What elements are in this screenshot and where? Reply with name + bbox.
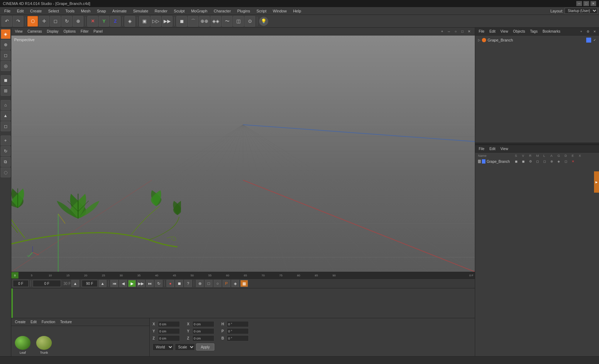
effector-button[interactable]: ◈◈ (210, 16, 221, 27)
redo-button[interactable]: ↷ (13, 16, 23, 27)
menu-character[interactable]: Character (211, 8, 233, 14)
circle-btn[interactable]: ○ (214, 280, 221, 287)
left-tool-edge[interactable]: ◻ (1, 50, 11, 60)
attr-icon-m[interactable]: ◻ (536, 160, 542, 163)
undo-button[interactable]: ↶ (1, 16, 12, 27)
cloner-button[interactable]: ⊕⊕ (199, 16, 210, 27)
end-frame-input[interactable] (82, 280, 98, 287)
nurbs-button[interactable]: ⌒ (188, 16, 198, 27)
obj-menu-view[interactable]: View (498, 29, 510, 34)
left-tool-point[interactable]: ◎ (1, 61, 11, 71)
obj-icon-add[interactable]: + (578, 29, 584, 34)
rotate-button[interactable]: ↻ (61, 16, 72, 27)
obj-menu-tags[interactable]: Tags (528, 29, 540, 34)
left-tool-measure[interactable]: ⌖ (1, 136, 11, 145)
z-size-input[interactable] (192, 335, 214, 341)
obj-icon-close[interactable]: ✕ (592, 29, 598, 34)
material-menu-edit[interactable]: Edit (28, 319, 39, 325)
material-trunk[interactable]: Trunk (35, 336, 53, 354)
object-tree-item[interactable]: ▷ Grape_Branch ✓ (477, 37, 598, 43)
layout-dropdown[interactable]: Startup (User) (565, 8, 598, 14)
menu-select[interactable]: Select (45, 8, 62, 14)
menu-animate[interactable]: Animate (110, 8, 130, 14)
loop-button[interactable]: ↻ (155, 280, 163, 287)
menu-help[interactable]: Help (290, 8, 304, 14)
attr-icon-r[interactable]: ⚙ (529, 160, 535, 163)
viewport-canvas[interactable]: Perspective (11, 35, 475, 272)
menu-mesh[interactable]: Mesh (78, 8, 93, 14)
attr-icon-g[interactable]: ◈ (557, 160, 563, 163)
left-tool-paint[interactable]: ↻ (1, 146, 11, 156)
obj-menu-bookmarks[interactable]: Bookmarks (540, 29, 562, 34)
attr-icon-v[interactable]: ◼ (522, 160, 528, 163)
light-icon-btn[interactable]: 💡 (259, 17, 268, 26)
light-button[interactable]: ⊙ (244, 16, 255, 27)
left-tool-select[interactable]: ◈ (1, 29, 11, 39)
x-axis-button[interactable]: ✕ (87, 16, 98, 27)
material-menu-create[interactable]: Create (13, 319, 28, 325)
record-anim-button[interactable]: ● (166, 280, 174, 287)
dots-btn[interactable]: ▦ (240, 280, 248, 287)
scale-button[interactable]: ◻ (50, 16, 61, 27)
cube-button[interactable]: ◼ (176, 16, 187, 27)
attr-menu-edit[interactable]: Edit (487, 146, 498, 151)
snap-btn[interactable]: ⊕ (196, 280, 204, 287)
play-button[interactable]: ▶ (128, 280, 136, 287)
left-tool-texture[interactable]: ⊞ (1, 86, 11, 96)
attribute-object-row[interactable]: Grape_Branch ◼ ◼ ⚙ ◻ ◻ ⊕ ◈ ◻ ✕ (478, 159, 596, 164)
attr-icon-l[interactable]: ◻ (543, 160, 549, 163)
viewport-menu-cameras[interactable]: Cameras (26, 29, 44, 34)
grid-btn[interactable]: ◈ (231, 280, 239, 287)
obj-icon-gear[interactable]: ⚙ (585, 29, 591, 34)
next-frame-button[interactable]: ▶▶ (137, 280, 145, 287)
left-tool-brush[interactable]: ⌂ (1, 100, 11, 110)
render-button[interactable]: ▷▷ (150, 16, 161, 27)
b-rot-input[interactable] (227, 335, 249, 341)
pose-btn[interactable]: P (222, 280, 230, 287)
viewport-menu-filter[interactable]: Filter (78, 29, 90, 34)
attr-icon-s[interactable]: ◼ (515, 160, 521, 163)
deformer-button[interactable]: 〜 (222, 16, 232, 27)
maximize-button[interactable]: □ (583, 1, 589, 6)
right-edge-tab[interactable]: ▶ (594, 171, 599, 193)
viewport-icon-close[interactable]: ✕ (466, 29, 472, 34)
go-end-button[interactable]: ⏭ (146, 280, 154, 287)
viewport-icon-move[interactable]: ↔ (446, 29, 452, 34)
viewport-menu-panel[interactable]: Panel (92, 29, 105, 34)
fps-end-inc-button[interactable]: ▲ (99, 280, 106, 287)
menu-create[interactable]: Create (27, 8, 45, 14)
stop-button[interactable]: ⏹ (175, 280, 183, 287)
prev-frame-button[interactable]: ◀ (119, 280, 127, 287)
menu-snap[interactable]: Snap (94, 8, 109, 14)
attr-icon-e[interactable]: ✕ (572, 160, 577, 163)
close-button[interactable]: ✕ (590, 1, 596, 6)
menu-plugins[interactable]: Plugins (235, 8, 253, 14)
menu-edit[interactable]: Edit (14, 8, 27, 14)
left-tool-polygon[interactable]: ⊕ (1, 40, 11, 50)
viewport-icon-expand[interactable]: □ (460, 29, 465, 34)
x-pos-input[interactable] (158, 321, 180, 327)
current-frame-input[interactable] (13, 280, 29, 287)
frame-field-input[interactable] (33, 280, 61, 287)
left-tool-knife[interactable]: ▲ (1, 111, 11, 121)
render-to-picture-button[interactable]: ▶▶ (162, 16, 172, 27)
obj-menu-file[interactable]: File (477, 29, 487, 34)
render-region-button[interactable]: ▣ (139, 16, 150, 27)
viewport-menu-view[interactable]: View (13, 29, 25, 34)
left-tool-extra[interactable]: ◌ (1, 167, 11, 177)
attr-icon-d[interactable]: ◻ (565, 160, 570, 163)
material-leaf[interactable]: Leaf (13, 336, 32, 354)
material-menu-function[interactable]: Function (39, 319, 57, 325)
square-btn[interactable]: □ (205, 280, 213, 287)
timeline-keyframe-area[interactable] (11, 288, 475, 318)
left-tool-model[interactable]: ◼ (1, 75, 11, 85)
viewport-icon-plus[interactable]: + (439, 29, 445, 34)
attr-menu-view[interactable]: View (498, 146, 510, 151)
y-size-input[interactable] (192, 328, 214, 334)
attr-menu-file[interactable]: File (477, 146, 487, 151)
menu-script[interactable]: Script (254, 8, 269, 14)
record-button[interactable]: ◈ (125, 16, 135, 27)
transform-button[interactable]: ⊕ (73, 16, 83, 27)
menu-file[interactable]: File (1, 8, 13, 14)
p-rot-input[interactable] (227, 328, 249, 334)
